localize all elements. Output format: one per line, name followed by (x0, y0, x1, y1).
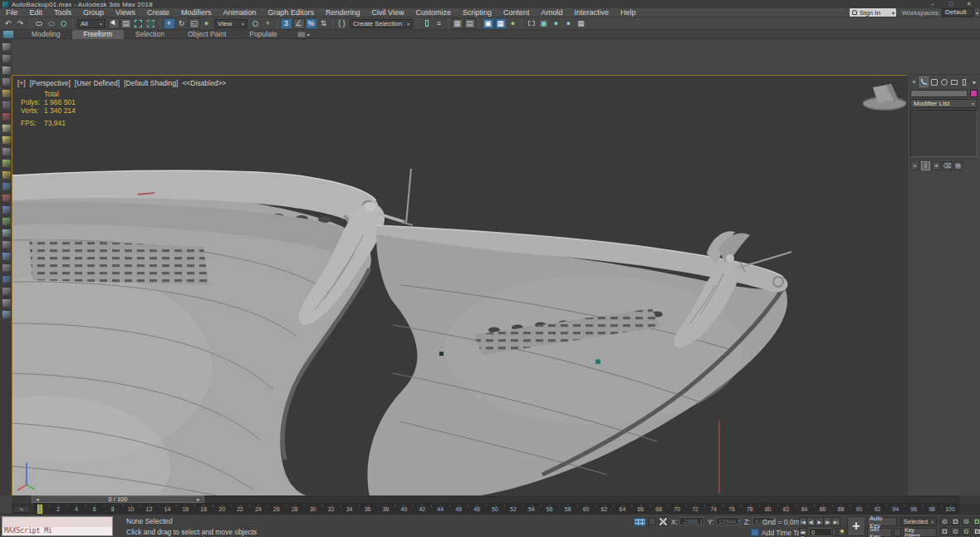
frame-ruler[interactable]: 0246810121416182022242628303234363840424… (33, 505, 959, 514)
left-toolbar-icon-13[interactable] (2, 182, 11, 190)
left-toolbar-icon-3[interactable] (2, 66, 11, 74)
tab-modify[interactable] (919, 76, 929, 87)
selection-region-icon[interactable] (133, 18, 145, 29)
viewport-general-menu[interactable]: [+] (17, 79, 26, 87)
left-toolbar-icon-24[interactable] (2, 310, 11, 318)
percent-snap-icon[interactable]: % (306, 18, 317, 29)
left-toolbar-icon-5[interactable] (2, 89, 11, 97)
left-toolbar-icon-15[interactable] (2, 205, 11, 214)
menu-item-edit[interactable]: Edit (24, 8, 49, 17)
left-toolbar-icon-6[interactable] (2, 101, 11, 109)
sign-in-button[interactable]: Sign In ▾ (850, 8, 896, 17)
toggle-scene-explorer-icon[interactable]: ▦ (452, 18, 463, 29)
maxscript-mini-listener[interactable]: MAXScript Mi (2, 516, 113, 536)
zoom-icon[interactable] (940, 517, 949, 525)
key-mode-toggle[interactable]: ◀▶ (799, 528, 807, 536)
make-unique-button[interactable]: ✶ (932, 161, 941, 170)
menu-item-arnold[interactable]: Arnold (535, 8, 568, 17)
menu-item-customize[interactable]: Customize (409, 8, 457, 17)
select-and-manipulate-icon[interactable]: + (262, 18, 274, 29)
next-frame-arrow[interactable]: ► (194, 497, 203, 502)
left-toolbar-icon-11[interactable] (2, 159, 11, 167)
left-toolbar-icon-16[interactable] (2, 217, 11, 225)
left-toolbar-icon-20[interactable] (2, 264, 11, 272)
zoom-all-icon[interactable] (951, 517, 960, 525)
show-end-result-button[interactable]: ‖ (921, 161, 930, 170)
select-and-place-icon[interactable]: ● (201, 18, 213, 29)
select-and-rotate-icon[interactable]: ↻ (176, 18, 188, 29)
left-toolbar-icon-23[interactable] (2, 298, 11, 307)
angle-snap-icon[interactable]: ∠ (293, 18, 305, 29)
ribbon-tab-modeling[interactable]: Modeling (20, 30, 72, 39)
menu-item-group[interactable]: Group (77, 8, 110, 17)
menu-item-file[interactable]: File (0, 8, 24, 17)
edit-named-selection-sets-icon[interactable]: { } (336, 18, 348, 29)
render-presets-icon[interactable]: ▦ (576, 18, 587, 29)
redo-icon[interactable]: ↷ (15, 18, 27, 29)
selection-set-dropdown[interactable]: Selected ▾ (900, 517, 937, 526)
menu-item-modifiers[interactable]: Modifiers (175, 8, 218, 17)
orbit-icon[interactable] (962, 527, 971, 535)
select-object-icon[interactable] (108, 18, 120, 29)
zoom-extents-all-icon[interactable] (973, 517, 979, 525)
tab-hierarchy[interactable] (929, 76, 938, 87)
snap-toggle-3d-icon[interactable]: 3 (281, 18, 292, 29)
workspace-value[interactable]: Default (942, 8, 974, 17)
create-selection-set-dropdown[interactable]: Create Selection Se ▾ (350, 19, 413, 28)
viewport-pov-menu[interactable]: [Perspective] (30, 79, 71, 87)
spinner-snap-icon[interactable]: ⇅ (318, 18, 330, 29)
set-key-filters-icon[interactable] (894, 529, 901, 536)
tab-motion[interactable] (940, 76, 949, 87)
select-and-scale-icon[interactable]: ◱ (189, 18, 200, 29)
left-toolbar-icon-22[interactable] (2, 287, 11, 295)
tab-create[interactable]: + (909, 76, 919, 87)
reference-coordinate-dropdown[interactable]: View ▾ (214, 19, 247, 28)
left-toolbar-icon-19[interactable] (2, 252, 11, 260)
frame-spinner[interactable] (832, 528, 836, 536)
close-button[interactable]: ✕ (960, 0, 978, 8)
selection-lock-icon[interactable] (649, 518, 656, 525)
mirror-icon[interactable] (421, 18, 433, 29)
previous-frame-arrow[interactable]: ◄ (32, 497, 42, 502)
select-and-move-icon[interactable]: + (164, 18, 175, 29)
left-toolbar-icon-7[interactable] (2, 112, 11, 121)
set-keys-button[interactable]: + (847, 516, 865, 536)
ribbon-minimize-control[interactable]: ▾ (297, 32, 310, 37)
menu-item-interactive[interactable]: Interactive (568, 8, 615, 17)
bind-to-spacewarp-icon[interactable] (58, 18, 70, 29)
set-key-button[interactable]: Set Key (867, 528, 892, 537)
y-coordinate-field[interactable]: 12994,555 (716, 517, 741, 525)
left-toolbar-icon-12[interactable] (2, 170, 11, 179)
selection-filter-dropdown[interactable]: All ▾ (77, 19, 105, 28)
minimize-button[interactable]: – (924, 0, 942, 8)
configure-modifier-sets-button[interactable]: ▤ (953, 161, 963, 170)
left-toolbar-icon-17[interactable] (2, 229, 11, 237)
next-frame-button[interactable]: |▶ (824, 517, 832, 526)
transform-snap-icon[interactable] (659, 517, 668, 526)
remove-modifier-button[interactable]: ⌫ (943, 161, 952, 170)
menu-item-help[interactable]: Help (615, 8, 642, 17)
left-toolbar-icon-18[interactable] (2, 240, 11, 249)
left-toolbar-icon-4[interactable] (2, 77, 11, 86)
current-frame-field[interactable]: 0 (809, 528, 832, 536)
modifier-list-dropdown[interactable]: Modifier List ▾ (910, 99, 978, 108)
render-setup-icon[interactable] (526, 18, 537, 29)
window-crossing-icon[interactable] (145, 18, 157, 29)
modifier-stack[interactable] (910, 110, 978, 157)
workspaces-control[interactable]: Workspaces: Default ▾ (902, 8, 978, 17)
left-toolbar-icon-10[interactable] (2, 147, 11, 155)
menu-item-civil-view[interactable]: Civil View (366, 8, 410, 17)
perspective-viewport[interactable]: [+] [Perspective] [User Defined] [Defaul… (12, 75, 907, 495)
link-icon[interactable] (33, 18, 45, 29)
play-button[interactable]: ▶ (816, 517, 824, 526)
viewport-shading-menu[interactable]: [Default Shading] (124, 79, 178, 87)
menu-item-scripting[interactable]: Scripting (457, 8, 497, 17)
menu-item-tools[interactable]: Tools (48, 8, 77, 17)
tab-utilities[interactable] (960, 76, 969, 87)
left-toolbar-icon-1[interactable] (2, 42, 11, 51)
menu-item-rendering[interactable]: Rendering (320, 8, 366, 17)
unlink-icon[interactable] (46, 18, 57, 29)
left-toolbar-icon-8[interactable] (2, 124, 11, 132)
time-slider-handle[interactable]: ◄ 0 / 100 ► (32, 495, 204, 503)
maximize-button[interactable]: □ (942, 0, 960, 8)
